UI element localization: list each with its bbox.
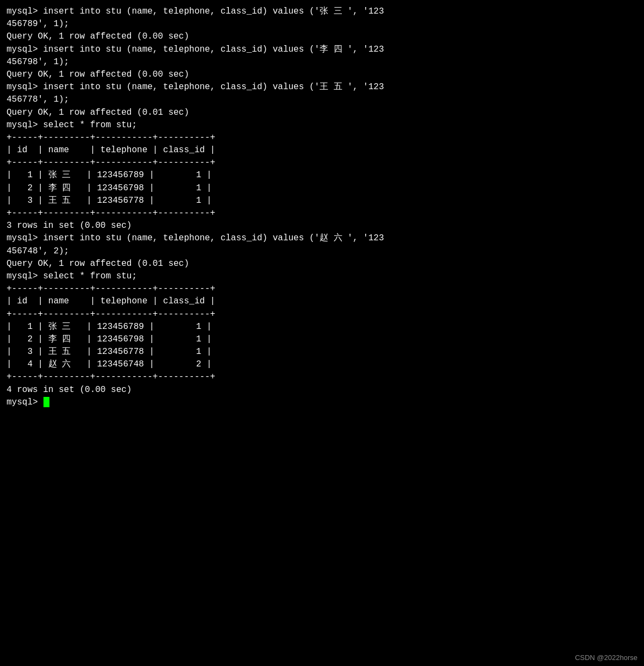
terminal-window: mysql> insert into stu (name, telephone,… [7,5,637,409]
terminal-line: +-----+---------+-----------+----------+ [7,283,637,295]
terminal-line: | id | name | telephone | class_id | [7,144,637,157]
terminal-line: 4 rows in set (0.00 sec) [7,384,637,396]
terminal-line: | 4 | 赵 六 | 123456748 | 2 | [7,358,637,371]
terminal-line: | 1 | 张 三 | 123456789 | 1 | [7,169,637,182]
terminal-line: mysql> select * from stu; [7,119,637,132]
terminal-line: 3 rows in set (0.00 sec) [7,220,637,232]
terminal-line: Query OK, 1 row affected (0.01 sec) [7,258,637,270]
terminal-line: mysql> insert into stu (name, telephone,… [7,5,637,18]
terminal-line: | 2 | 李 四 | 123456798 | 1 | [7,182,637,195]
terminal-line: | 3 | 王 五 | 123456778 | 1 | [7,346,637,358]
terminal-line: +-----+---------+-----------+----------+ [7,308,637,321]
terminal-line: mysql> select * from stu; [7,270,637,283]
watermark: CSDN @2022horse [575,653,637,662]
terminal-line: | 3 | 王 五 | 123456778 | 1 | [7,195,637,207]
terminal-line: Query OK, 1 row affected (0.01 sec) [7,107,637,119]
terminal-line: | id | name | telephone | class_id | [7,295,637,308]
terminal-line: Query OK, 1 row affected (0.00 sec) [7,69,637,81]
terminal-line: +-----+---------+-----------+----------+ [7,207,637,220]
terminal-line: Query OK, 1 row affected (0.00 sec) [7,30,637,43]
terminal-line: | 2 | 李 四 | 123456798 | 1 | [7,333,637,346]
terminal-line: mysql> insert into stu (name, telephone,… [7,81,637,94]
terminal-line: mysql> [7,396,637,409]
terminal-line: 456798', 1); [7,56,637,69]
terminal-line: 456778', 1); [7,94,637,106]
terminal-line: 456789', 1); [7,18,637,30]
terminal-line: | 1 | 张 三 | 123456789 | 1 | [7,321,637,333]
terminal-line: mysql> insert into stu (name, telephone,… [7,43,637,56]
terminal-line: +-----+---------+-----------+----------+ [7,132,637,144]
terminal-output: mysql> insert into stu (name, telephone,… [7,5,637,409]
terminal-line: +-----+---------+-----------+----------+ [7,157,637,169]
terminal-line: +-----+---------+-----------+----------+ [7,371,637,383]
cursor [43,397,49,407]
terminal-line: 456748', 2); [7,245,637,258]
terminal-line: mysql> insert into stu (name, telephone,… [7,232,637,245]
